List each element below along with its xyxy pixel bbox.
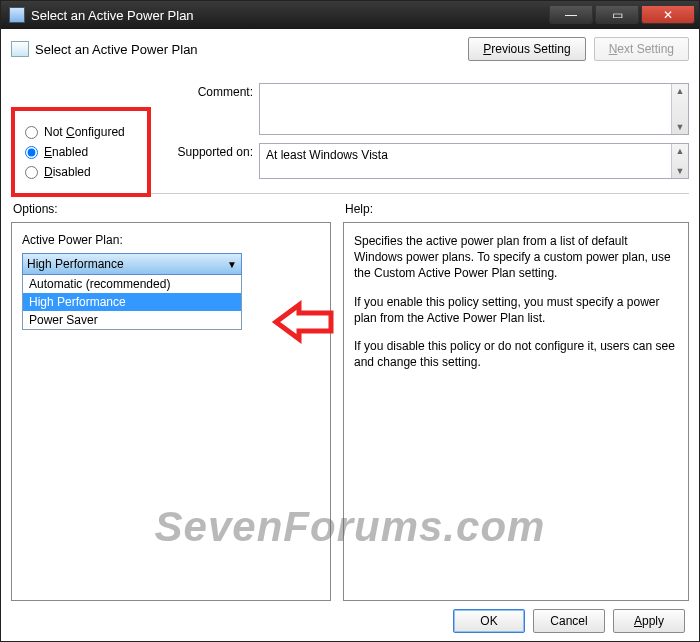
radio-not-configured-label[interactable]: Not Configured (44, 125, 125, 139)
supported-on-value: At least Windows Vista (266, 148, 388, 162)
policy-icon (11, 41, 29, 57)
options-heading: Options: (13, 202, 331, 216)
dialog-button-bar: OK Cancel Apply (11, 601, 689, 633)
help-column: Help: Specifies the active power plan fr… (343, 198, 689, 601)
titlebar[interactable]: Select an Active Power Plan — ▭ ✕ (1, 1, 699, 29)
window-controls: — ▭ ✕ (549, 6, 695, 24)
chevron-down-icon: ▼ (227, 259, 237, 270)
radio-enabled-label[interactable]: Enabled (44, 145, 88, 159)
options-column: Options: Active Power Plan: High Perform… (11, 198, 331, 601)
cancel-button[interactable]: Cancel (533, 609, 605, 633)
radio-not-configured[interactable] (25, 126, 38, 139)
page-title: Select an Active Power Plan (35, 42, 198, 57)
radio-disabled[interactable] (25, 166, 38, 179)
supported-label: Supported on: (171, 143, 259, 159)
plan-option-automatic[interactable]: Automatic (recommended) (23, 275, 241, 293)
radio-disabled-label[interactable]: Disabled (44, 165, 91, 179)
help-panel: Specifies the active power plan from a l… (343, 222, 689, 601)
minimize-button[interactable]: — (549, 6, 593, 24)
active-power-plan-label: Active Power Plan: (22, 233, 320, 247)
radio-enabled[interactable] (25, 146, 38, 159)
help-heading: Help: (345, 202, 689, 216)
combo-selected-value: High Performance (27, 257, 124, 271)
policy-fields: Comment: ▲▼ Supported on: At least Windo… (171, 83, 689, 187)
gpo-editor-window: Select an Active Power Plan — ▭ ✕ Select… (0, 0, 700, 642)
plan-option-power-saver[interactable]: Power Saver (23, 311, 241, 329)
split-pane: Options: Active Power Plan: High Perform… (11, 198, 689, 601)
previous-setting-button[interactable]: Previous Setting (468, 37, 585, 61)
help-paragraph-1: Specifies the active power plan from a l… (354, 233, 678, 282)
next-setting-button: Next Setting (594, 37, 689, 61)
help-paragraph-2: If you enable this policy setting, you m… (354, 294, 678, 326)
supported-on-box: At least Windows Vista ▲▼ (259, 143, 689, 179)
help-paragraph-3: If you disable this policy or do not con… (354, 338, 678, 370)
plan-option-high-performance[interactable]: High Performance (23, 293, 241, 311)
window-icon (9, 7, 25, 23)
ok-button[interactable]: OK (453, 609, 525, 633)
active-power-plan-combo[interactable]: High Performance ▼ (22, 253, 242, 275)
comment-textarea[interactable]: ▲▼ (259, 83, 689, 135)
close-button[interactable]: ✕ (641, 6, 695, 24)
supported-scrollbar[interactable]: ▲▼ (671, 144, 688, 178)
apply-button[interactable]: Apply (613, 609, 685, 633)
content-area: Select an Active Power Plan Previous Set… (1, 29, 699, 641)
header-row: Select an Active Power Plan Previous Set… (11, 37, 689, 77)
active-power-plan-dropdown[interactable]: Automatic (recommended) High Performance… (22, 275, 242, 330)
state-radio-group: Not Configured Enabled Disabled (11, 107, 151, 197)
maximize-button[interactable]: ▭ (595, 6, 639, 24)
comment-label: Comment: (171, 83, 259, 99)
window-title: Select an Active Power Plan (31, 8, 549, 23)
options-panel: Active Power Plan: High Performance ▼ Au… (11, 222, 331, 601)
comment-scrollbar[interactable]: ▲▼ (671, 84, 688, 134)
